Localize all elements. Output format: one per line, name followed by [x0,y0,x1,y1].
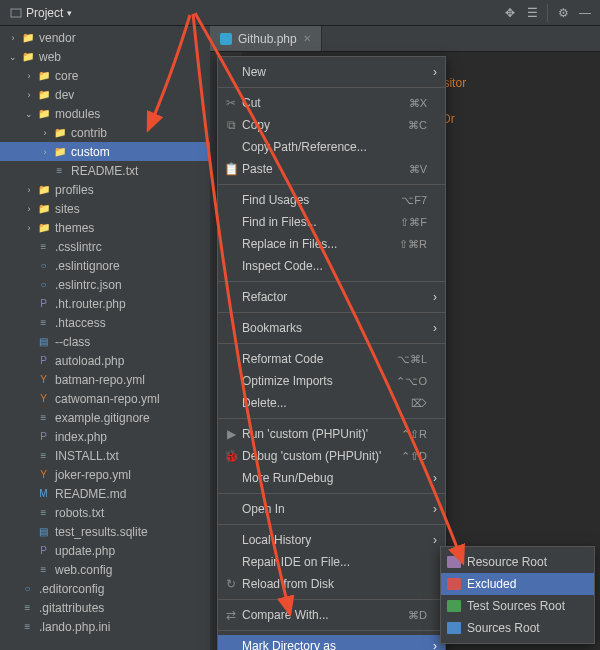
tree-folder[interactable]: ›📁sites [0,199,210,218]
file-yml-icon: Y [36,372,51,387]
menu-item[interactable]: ↻Reload from Disk [218,573,445,595]
menu-item-label: Find in Files... [242,215,317,229]
menu-item[interactable]: Local History [218,529,445,551]
tree-folder[interactable]: ⌄📁web [0,47,210,66]
tree-item-label: profiles [55,183,94,197]
file-php-icon: P [36,296,51,311]
menu-item-icon: ↻ [224,577,238,591]
tree-file[interactable]: ≡web.config [0,560,210,579]
tree-file[interactable]: ▤test_results.sqlite [0,522,210,541]
menu-item[interactable]: 📋Paste⌘V [218,158,445,180]
menu-item-icon: ▶ [224,427,238,441]
tree-file[interactable]: P.ht.router.php [0,294,210,313]
tree-folder[interactable]: ›📁dev [0,85,210,104]
menu-item[interactable]: ⇄Compare With...⌘D [218,604,445,626]
menu-item[interactable]: Repair IDE on File... [218,551,445,573]
file-o-icon: ○ [20,581,35,596]
submenu-item[interactable]: Test Sources Root [441,595,594,617]
menu-item[interactable]: Optimize Imports⌃⌥O [218,370,445,392]
tree-folder[interactable]: ›📁core [0,66,210,85]
menu-item-label: Paste [242,162,273,176]
menu-item[interactable]: Inspect Code... [218,255,445,277]
tree-file[interactable]: ≡INSTALL.txt [0,446,210,465]
hide-icon[interactable]: — [574,2,596,24]
tree-folder[interactable]: ›📁contrib [0,123,210,142]
tree-folder[interactable]: ›📁profiles [0,180,210,199]
close-tab-icon[interactable]: ✕ [303,33,311,44]
submenu-item[interactable]: Excluded [441,573,594,595]
file-txt-icon: ≡ [36,448,51,463]
menu-item[interactable]: ⧉Copy⌘C [218,114,445,136]
tree-item-label: update.php [55,544,115,558]
tree-file[interactable]: ≡.gitattributes [0,598,210,617]
menu-item[interactable]: Refactor [218,286,445,308]
folder-icon: 📁 [36,220,51,235]
tree-item-label: .editorconfig [39,582,104,596]
tree-file[interactable]: ≡.htaccess [0,313,210,332]
tree-file[interactable]: ▤--class [0,332,210,351]
tree-file[interactable]: Pautoload.php [0,351,210,370]
menu-item[interactable]: Find Usages⌥F7 [218,189,445,211]
tree-file[interactable]: ≡.lando.php.ini [0,617,210,636]
menu-item[interactable]: Open In [218,498,445,520]
file-db-icon: ▤ [36,334,51,349]
menu-item-label: Local History [242,533,311,547]
tree-item-label: index.php [55,430,107,444]
tree-file[interactable]: ≡example.gitignore [0,408,210,427]
tree-file[interactable]: ≡robots.txt [0,503,210,522]
tree-chevron-icon: › [38,147,52,157]
tree-file[interactable]: Pindex.php [0,427,210,446]
project-dropdown[interactable]: Project ▾ [4,6,78,20]
tree-file[interactable]: ○.editorconfig [0,579,210,598]
svg-rect-0 [11,9,21,17]
tree-folder[interactable]: ›📁themes [0,218,210,237]
expand-all-icon[interactable]: ☰ [521,2,543,24]
menu-item[interactable]: Reformat Code⌥⌘L [218,348,445,370]
file-txt-icon: ≡ [52,163,67,178]
tree-file[interactable]: Pupdate.php [0,541,210,560]
menu-shortcut: ⌃⇧D [401,450,427,463]
menu-item[interactable]: Delete...⌦ [218,392,445,414]
folder-icon: 📁 [52,144,67,159]
tree-folder[interactable]: ›📁custom [0,142,210,161]
menu-item[interactable]: 🐞Debug 'custom (PHPUnit)'⌃⇧D [218,445,445,467]
select-opened-file-icon[interactable]: ✥ [499,2,521,24]
tree-folder[interactable]: ⌄📁modules [0,104,210,123]
tree-file[interactable]: ○.eslintrc.json [0,275,210,294]
settings-gear-icon[interactable]: ⚙ [552,2,574,24]
folder-icon: 📁 [20,30,35,45]
tree-chevron-icon: › [22,185,36,195]
context-menu: New✂Cut⌘X⧉Copy⌘CCopy Path/Reference...📋P… [217,56,446,650]
tree-item-label: core [55,69,78,83]
menu-item[interactable]: ✂Cut⌘X [218,92,445,114]
tree-file[interactable]: Ycatwoman-repo.yml [0,389,210,408]
menu-item[interactable]: Find in Files...⇧⌘F [218,211,445,233]
menu-item[interactable]: More Run/Debug [218,467,445,489]
tree-file[interactable]: ≡.csslintrc [0,237,210,256]
tree-file[interactable]: ≡README.txt [0,161,210,180]
menu-separator [218,343,445,344]
menu-item[interactable]: Replace in Files...⇧⌘R [218,233,445,255]
tree-folder[interactable]: ›📁vendor [0,28,210,47]
menu-item[interactable]: New [218,61,445,83]
tree-file[interactable]: ○.eslintignore [0,256,210,275]
editor-tab[interactable]: Github.php ✕ [210,26,322,51]
tree-file[interactable]: Yjoker-repo.yml [0,465,210,484]
tree-file[interactable]: Ybatman-repo.yml [0,370,210,389]
tree-file[interactable]: MREADME.md [0,484,210,503]
menu-item[interactable]: ▶Run 'custom (PHPUnit)'⌃⇧R [218,423,445,445]
menu-item[interactable]: Mark Directory as [218,635,445,650]
menu-item[interactable]: Copy Path/Reference... [218,136,445,158]
submenu-item[interactable]: Sources Root [441,617,594,639]
tree-item-label: .gitattributes [39,601,104,615]
submenu-item[interactable]: Resource Root [441,551,594,573]
menu-item-label: New [242,65,266,79]
menu-item-label: Reformat Code [242,352,323,366]
menu-item[interactable]: Bookmarks [218,317,445,339]
menu-separator [218,630,445,631]
folder-color-icon [447,600,461,612]
menu-item-label: Reload from Disk [242,577,334,591]
menu-shortcut: ⇧⌘R [399,238,427,251]
menu-item-label: Copy Path/Reference... [242,140,367,154]
menu-shortcut: ⌘X [409,97,427,110]
